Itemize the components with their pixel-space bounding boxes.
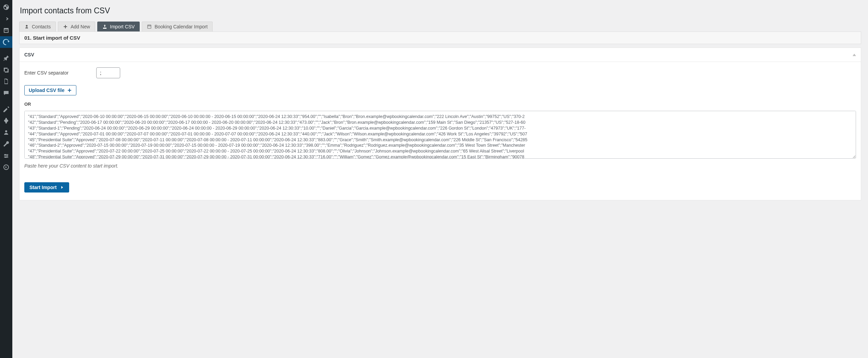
tab-label: Import CSV xyxy=(110,24,135,29)
start-import-button[interactable]: Start Import xyxy=(24,182,69,193)
csv-hint: Paste here your CSV content to start imp… xyxy=(24,163,856,169)
tab-label: Contacts xyxy=(32,24,51,29)
arrow-right-icon[interactable] xyxy=(0,13,12,25)
person-icon xyxy=(24,24,29,29)
upload-csv-button[interactable]: Upload CSV file xyxy=(24,85,76,95)
csv-panel-header: CSV xyxy=(20,48,861,62)
pages-icon[interactable] xyxy=(0,76,12,87)
tools-icon[interactable] xyxy=(0,138,12,150)
svg-point-0 xyxy=(5,154,6,155)
plus-icon xyxy=(67,88,72,93)
tabs: Contacts Add New Import CSV Booking Cale… xyxy=(19,22,861,31)
separator-input[interactable] xyxy=(96,67,120,78)
users-icon[interactable] xyxy=(0,127,12,138)
settings-icon[interactable] xyxy=(0,150,12,161)
tab-contacts[interactable]: Contacts xyxy=(19,22,56,31)
page-title: Import contacts from CSV xyxy=(20,6,861,15)
plugins-icon[interactable] xyxy=(0,115,12,127)
appearance-icon[interactable] xyxy=(0,103,12,115)
refresh-icon[interactable] xyxy=(0,36,12,48)
svg-point-2 xyxy=(5,157,7,158)
svg-point-1 xyxy=(7,156,8,157)
tab-booking-calendar-import[interactable]: Booking Calendar Import xyxy=(142,22,213,31)
dashboard-icon[interactable] xyxy=(0,1,12,13)
calendar-icon xyxy=(147,24,152,29)
main-content: Import contacts from CSV Contacts Add Ne… xyxy=(12,0,868,358)
section-title: 01. Start import of CSV xyxy=(19,31,861,44)
csv-panel-body: Enter CSV separator Upload CSV file OR P… xyxy=(20,62,861,200)
csv-panel: CSV Enter CSV separator Upload CSV file … xyxy=(19,48,861,200)
comments-icon[interactable] xyxy=(0,87,12,99)
tab-add-new[interactable]: Add New xyxy=(58,22,95,31)
plus-icon xyxy=(63,24,68,29)
calendar-icon[interactable] xyxy=(0,25,12,36)
tab-label: Booking Calendar Import xyxy=(154,24,207,29)
csv-textarea[interactable] xyxy=(24,111,856,159)
separator-label: Enter CSV separator xyxy=(24,70,89,76)
panel-title: CSV xyxy=(24,52,34,57)
import-icon xyxy=(102,24,107,29)
start-label: Start Import xyxy=(29,185,56,190)
upload-label: Upload CSV file xyxy=(29,88,64,93)
tab-label: Add New xyxy=(71,24,90,29)
collapse-icon[interactable] xyxy=(0,161,12,173)
collapse-toggle-icon[interactable] xyxy=(853,54,856,56)
media-icon[interactable] xyxy=(0,64,12,76)
pin-icon[interactable] xyxy=(0,52,12,64)
or-label: OR xyxy=(24,102,856,107)
chevron-right-icon xyxy=(60,185,64,189)
admin-sidebar xyxy=(0,0,12,358)
tab-import-csv[interactable]: Import CSV xyxy=(97,22,140,31)
